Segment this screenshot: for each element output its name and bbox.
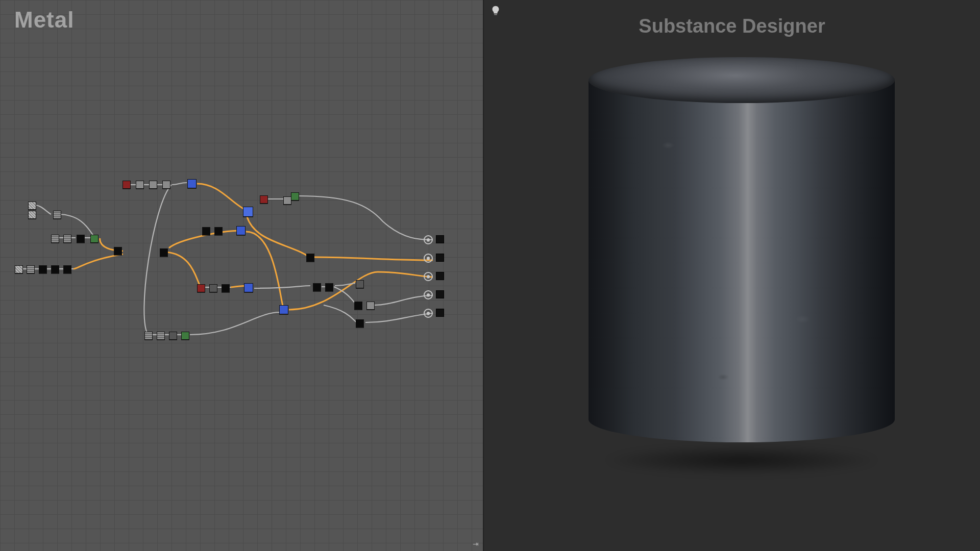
graph-node[interactable] bbox=[63, 265, 71, 273]
graph-panel[interactable]: Metal bbox=[0, 0, 483, 551]
preview-shadow bbox=[604, 445, 879, 475]
preview-cylinder[interactable] bbox=[589, 57, 895, 465]
graph-node[interactable] bbox=[63, 235, 71, 243]
graph-node[interactable] bbox=[27, 265, 35, 273]
graph-node[interactable] bbox=[366, 302, 375, 310]
graph-node[interactable] bbox=[306, 254, 314, 262]
graph-node[interactable] bbox=[157, 332, 165, 340]
graph-node[interactable] bbox=[90, 235, 99, 243]
preview-title: Substance Designer bbox=[639, 15, 825, 37]
graph-node[interactable] bbox=[214, 227, 223, 235]
graph-node[interactable] bbox=[15, 265, 23, 273]
graph-node[interactable] bbox=[149, 181, 157, 189]
graph-node[interactable] bbox=[356, 319, 364, 328]
graph-node[interactable] bbox=[236, 226, 246, 235]
graph-node[interactable] bbox=[160, 248, 168, 257]
graph-node[interactable] bbox=[209, 284, 217, 292]
cylinder-body bbox=[589, 80, 895, 442]
graph-node[interactable] bbox=[354, 302, 362, 310]
graph-node[interactable] bbox=[28, 211, 36, 219]
graph-node[interactable] bbox=[169, 332, 177, 340]
graph-node[interactable] bbox=[291, 192, 299, 201]
graph-node[interactable] bbox=[283, 196, 291, 205]
node-canvas[interactable] bbox=[0, 0, 483, 551]
graph-node[interactable] bbox=[114, 247, 122, 255]
graph-node[interactable] bbox=[39, 265, 47, 273]
output-node[interactable] bbox=[436, 235, 444, 243]
graph-node[interactable] bbox=[122, 181, 131, 189]
preview-panel[interactable]: Substance Designer ⇥ bbox=[483, 0, 980, 551]
output-node[interactable] bbox=[436, 309, 444, 317]
graph-node[interactable] bbox=[325, 283, 333, 291]
graph-node[interactable] bbox=[187, 179, 197, 188]
app-root: Metal Substance Designer ⇥ bbox=[0, 0, 980, 551]
light-icon[interactable] bbox=[490, 5, 501, 16]
graph-node[interactable] bbox=[244, 283, 253, 292]
output-ring[interactable] bbox=[424, 290, 433, 299]
output-node[interactable] bbox=[436, 254, 444, 262]
output-ring[interactable] bbox=[424, 254, 433, 263]
graph-node[interactable] bbox=[144, 332, 153, 340]
graph-node[interactable] bbox=[202, 227, 210, 235]
graph-node[interactable] bbox=[197, 284, 205, 292]
graph-node[interactable] bbox=[51, 235, 59, 243]
graph-node[interactable] bbox=[51, 265, 59, 273]
output-ring[interactable] bbox=[424, 309, 433, 318]
indent-icon[interactable]: ⇥ bbox=[473, 540, 482, 549]
graph-node[interactable] bbox=[53, 211, 61, 219]
graph-node[interactable] bbox=[260, 195, 268, 204]
graph-node[interactable] bbox=[222, 284, 230, 292]
graph-node[interactable] bbox=[181, 332, 189, 340]
output-node[interactable] bbox=[436, 290, 444, 298]
output-ring[interactable] bbox=[424, 235, 433, 244]
graph-node[interactable] bbox=[243, 207, 253, 217]
graph-node[interactable] bbox=[279, 305, 288, 314]
graph-node[interactable] bbox=[77, 235, 85, 243]
graph-node[interactable] bbox=[313, 283, 321, 291]
graph-node[interactable] bbox=[356, 280, 364, 288]
graph-node[interactable] bbox=[162, 181, 170, 189]
output-ring[interactable] bbox=[424, 272, 433, 281]
graph-node[interactable] bbox=[136, 181, 144, 189]
output-node[interactable] bbox=[436, 272, 444, 280]
cylinder-top bbox=[589, 57, 895, 103]
graph-node[interactable] bbox=[28, 202, 36, 210]
